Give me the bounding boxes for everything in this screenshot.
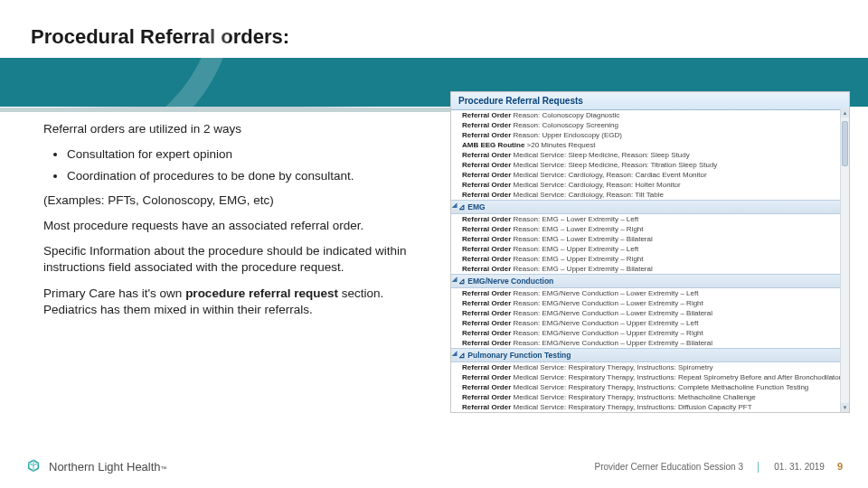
panel-row[interactable]: Referral Order Reason: Colonoscopy Scree… [451, 120, 849, 130]
panel-row[interactable]: Referral Order Reason: EMG – Upper Extre… [451, 254, 849, 264]
bold-phrase: procedure referral request [185, 286, 338, 300]
paragraph: Most procedure requests have an associat… [43, 218, 432, 234]
footer: Northern Light Health™ Provider Cerner E… [0, 448, 868, 488]
examples-text: (Examples: PFTs, Colonoscopy, EMG, etc) [43, 192, 432, 209]
scroll-thumb[interactable] [842, 121, 848, 166]
panel-row[interactable]: Referral Order Medical Service: Cardiolo… [451, 180, 849, 190]
panel-body: Referral Order Reason: Colonoscopy Diagn… [451, 110, 849, 412]
panel-row[interactable]: Referral Order Medical Service: Sleep Me… [451, 160, 849, 170]
panel-row[interactable]: Referral Order Reason: EMG – Lower Extre… [451, 214, 849, 224]
panel-row[interactable]: Referral Order Reason: EMG – Lower Extre… [451, 234, 849, 244]
panel-row[interactable]: Referral Order Reason: EMG/Nerve Conduct… [451, 338, 849, 348]
bullet-list: Consultation for expert opinion Coordina… [43, 146, 432, 184]
panel-row[interactable]: Referral Order Medical Service: Sleep Me… [451, 150, 849, 160]
panel-row[interactable]: Referral Order Reason: EMG/Nerve Conduct… [451, 298, 849, 308]
panel-row[interactable]: AMB EEG Routine >20 Minutes Request [451, 140, 849, 150]
page-number: 9 [837, 461, 843, 472]
panel-row[interactable]: Referral Order Reason: EMG – Upper Extre… [451, 244, 849, 254]
panel-row[interactable]: Referral Order Reason: EMG/Nerve Conduct… [451, 308, 849, 318]
scroll-down-icon[interactable]: ▼ [841, 403, 849, 412]
panel-section-header[interactable]: ⊿ EMG [451, 200, 849, 214]
logo-icon [25, 458, 42, 474]
panel-row[interactable]: Referral Order Medical Service: Cardiolo… [451, 170, 849, 180]
list-item: Coordination of procedures to be done by… [67, 168, 432, 184]
panel-row[interactable]: Referral Order Reason: Upper Endoscopy (… [451, 130, 849, 140]
panel-row[interactable]: Referral Order Medical Service: Respirat… [451, 372, 849, 382]
panel-row[interactable]: Referral Order Medical Service: Cardiolo… [451, 190, 849, 200]
panel-header: Procedure Referral Requests [451, 92, 849, 110]
intro-text: Referral orders are utilized in 2 ways [43, 121, 432, 137]
scroll-up-icon[interactable]: ▲ [841, 108, 849, 117]
body-text: Referral orders are utilized in 2 ways C… [43, 121, 432, 327]
footer-date: 01. 31. 2019 [774, 462, 825, 472]
panel-row[interactable]: Referral Order Medical Service: Respirat… [451, 362, 849, 372]
brand-logo: Northern Light Health™ [25, 458, 167, 474]
panel-row[interactable]: Referral Order Reason: EMG – Upper Extre… [451, 264, 849, 274]
panel-section-header[interactable]: ⊿ Pulmonary Function Testing [451, 348, 849, 362]
panel-row[interactable]: Referral Order Reason: EMG – Lower Extre… [451, 224, 849, 234]
brand-name: Northern Light Health [49, 460, 161, 474]
list-item: Consultation for expert opinion [67, 146, 432, 163]
panel-row[interactable]: Referral Order Reason: EMG/Nerve Conduct… [451, 318, 849, 328]
panel-row[interactable]: Referral Order Reason: EMG/Nerve Conduct… [451, 288, 849, 298]
panel-row[interactable]: Referral Order Reason: EMG/Nerve Conduct… [451, 328, 849, 338]
panel-row[interactable]: Referral Order Medical Service: Respirat… [451, 382, 849, 392]
panel-row[interactable]: Referral Order Reason: Colonoscopy Diagn… [451, 110, 849, 120]
scrollbar[interactable]: ▲ ▼ [840, 108, 849, 412]
paragraph: Specific Information about the procedure… [43, 243, 432, 276]
footer-session: Provider Cerner Education Session 3 [594, 462, 743, 472]
procedure-panel: Procedure Referral Requests Referral Ord… [450, 91, 850, 413]
footer-separator: │ [756, 462, 761, 472]
paragraph: Primary Care has it's own procedure refe… [43, 286, 432, 318]
panel-row[interactable]: Referral Order Medical Service: Respirat… [451, 392, 849, 402]
panel-section-header[interactable]: ⊿ EMG/Nerve Conduction [451, 274, 849, 288]
panel-row[interactable]: Referral Order Medical Service: Respirat… [451, 402, 849, 412]
